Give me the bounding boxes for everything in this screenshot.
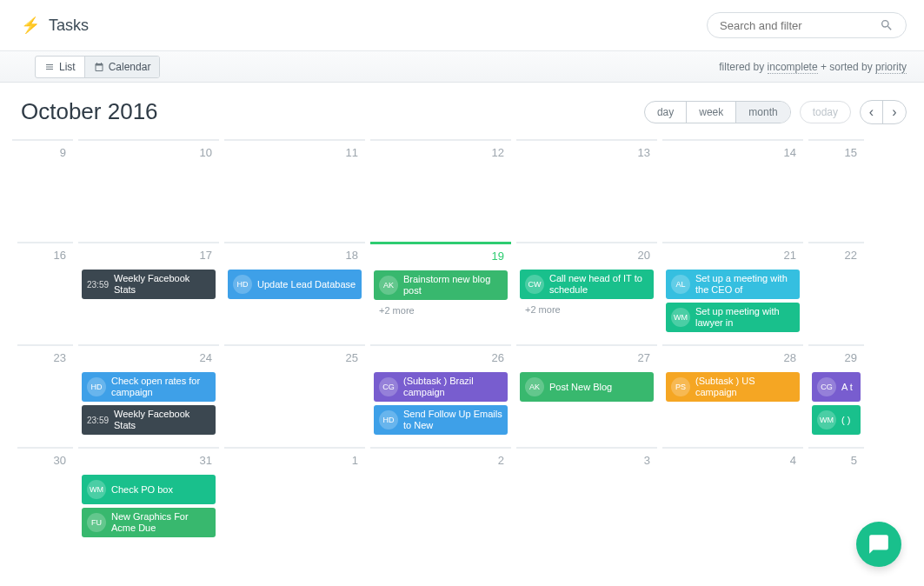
day-number: 27	[638, 351, 650, 364]
day-cell[interactable]: 28PS(Subtask ) US campaign	[662, 344, 803, 447]
calendar-event[interactable]: AKPost New Blog	[520, 372, 654, 402]
avatar: WM	[817, 410, 836, 430]
page-title: Tasks	[49, 17, 707, 35]
day-cell[interactable]: 10	[78, 139, 219, 242]
view-list-button[interactable]: List	[36, 57, 85, 77]
day-cell[interactable]: 21ALSet up a meeting with the CEO ofWMSe…	[662, 242, 803, 344]
day-cell[interactable]: 26CG(Subtask ) Brazil campaignHDSend Fol…	[370, 344, 511, 447]
today-button[interactable]: today	[800, 101, 851, 123]
avatar: HD	[87, 377, 106, 396]
next-button[interactable]: ›	[883, 101, 906, 123]
avatar: CW	[525, 275, 544, 294]
filter-sort-status: filtered by incomplete + sorted by prior…	[719, 61, 907, 73]
event-title: New Graphics For Acme Due	[111, 511, 210, 534]
avatar: AL	[671, 275, 690, 294]
chat-icon	[867, 533, 890, 556]
calendar-event[interactable]: WM( )	[812, 405, 861, 435]
day-cell[interactable]: 31WMCheck PO boxFUNew Graphics For Acme …	[78, 447, 219, 549]
day-cell[interactable]: 1723:59Weekly Facebook Stats	[78, 242, 219, 344]
day-cell[interactable]: 27AKPost New Blog	[516, 344, 657, 447]
day-number: 5	[851, 454, 857, 467]
day-number: 31	[200, 454, 212, 467]
chat-fab[interactable]	[856, 522, 901, 567]
calendar-event[interactable]: HDSend Follow Up Emails to New	[374, 405, 508, 435]
day-number: 4	[790, 454, 796, 467]
calendar-event[interactable]: CG(Subtask ) Brazil campaign	[374, 372, 508, 402]
bolt-icon: ⚡	[21, 16, 40, 35]
day-cell[interactable]: 24HDCheck open rates for campaign23:59We…	[78, 344, 219, 447]
day-cell[interactable]: 20CWCall new head of IT to schedule+2 mo…	[516, 242, 657, 344]
avatar: WM	[87, 480, 106, 499]
calendar-icon	[94, 62, 104, 72]
day-number: 20	[638, 249, 650, 262]
day-cell[interactable]: 18HDUpdate Lead Database	[224, 242, 365, 344]
avatar: FU	[87, 513, 106, 532]
day-cell[interactable]: 13	[516, 139, 657, 242]
range-week-button[interactable]: week	[687, 102, 736, 123]
day-cell[interactable]: 1	[224, 447, 365, 549]
event-title: Send Follow Up Emails to New	[403, 409, 502, 431]
calendar-event[interactable]: CGA t	[812, 372, 861, 402]
day-cell[interactable]: 2	[370, 447, 511, 549]
range-toggle: day week month	[644, 101, 791, 123]
range-month-button[interactable]: month	[736, 102, 789, 123]
calendar-event[interactable]: FUNew Graphics For Acme Due	[82, 508, 216, 537]
calendar-event[interactable]: AKBrainstorm new blog post	[374, 270, 508, 300]
avatar: HD	[379, 410, 398, 430]
more-events-link[interactable]: +2 more	[520, 303, 654, 316]
calendar-event[interactable]: 23:59Weekly Facebook Stats	[82, 405, 216, 435]
calendar-event[interactable]: HDCheck open rates for campaign	[82, 372, 216, 402]
sort-value[interactable]: priority	[875, 61, 907, 74]
day-number: 3	[644, 454, 650, 467]
day-cell[interactable]: 16	[17, 242, 73, 344]
search-input[interactable]	[720, 19, 880, 32]
calendar-event[interactable]: WMCheck PO box	[82, 475, 216, 504]
day-cell[interactable]: 4	[662, 447, 803, 549]
avatar: PS	[671, 377, 690, 396]
day-number: 15	[845, 146, 857, 159]
search-field[interactable]	[707, 12, 907, 38]
range-day-button[interactable]: day	[645, 102, 687, 123]
day-number: 29	[845, 351, 857, 364]
event-time: 23:59	[87, 415, 109, 426]
day-cell[interactable]: 15	[808, 139, 864, 242]
day-number: 26	[492, 351, 504, 364]
prev-button[interactable]: ‹	[861, 101, 883, 123]
nav-pill: ‹ ›	[860, 100, 907, 124]
more-events-link[interactable]: +2 more	[374, 303, 508, 317]
day-number: 11	[346, 146, 358, 159]
day-cell[interactable]: 22	[808, 242, 864, 344]
event-title: Call new head of IT to schedule	[549, 273, 648, 296]
event-title: Check open rates for campaign	[111, 376, 210, 398]
day-cell[interactable]: 3	[516, 447, 657, 549]
day-cell[interactable]: 12	[370, 139, 511, 242]
calendar-event[interactable]: CWCall new head of IT to schedule	[520, 270, 654, 299]
day-number: 25	[346, 351, 358, 364]
day-cell[interactable]: 19AKBrainstorm new blog post+2 more	[370, 242, 511, 344]
calendar-event[interactable]: PS(Subtask ) US campaign	[666, 372, 800, 402]
day-cell[interactable]: 23	[17, 344, 73, 447]
avatar: WM	[671, 308, 690, 327]
day-cell[interactable]: 14	[662, 139, 803, 242]
day-cell[interactable]: 30	[17, 447, 73, 549]
day-number: 18	[346, 249, 358, 262]
calendar-event[interactable]: WMSet up meeting with lawyer in	[666, 303, 800, 332]
event-title: (Subtask ) Brazil campaign	[403, 376, 502, 398]
day-cell[interactable]: 11	[224, 139, 365, 242]
avatar: CG	[817, 377, 836, 396]
calendar-event[interactable]: ALSet up a meeting with the CEO of	[666, 270, 800, 299]
day-number: 9	[60, 146, 66, 159]
calendar-event[interactable]: HDUpdate Lead Database	[228, 270, 362, 299]
calendar-event[interactable]: 23:59Weekly Facebook Stats	[82, 270, 216, 299]
view-calendar-label: Calendar	[109, 61, 151, 73]
filter-value[interactable]: incomplete	[768, 61, 818, 74]
day-cell[interactable]: 5	[808, 447, 864, 549]
day-cell[interactable]: 29CGA tWM( )	[808, 344, 864, 447]
day-number: 10	[200, 146, 212, 159]
day-number: 22	[845, 249, 857, 262]
event-title: Weekly Facebook Stats	[114, 273, 210, 296]
day-cell[interactable]: 25	[224, 344, 365, 447]
day-number: 2	[498, 454, 504, 467]
day-cell[interactable]: 9	[12, 139, 73, 242]
view-calendar-button[interactable]: Calendar	[85, 57, 160, 77]
